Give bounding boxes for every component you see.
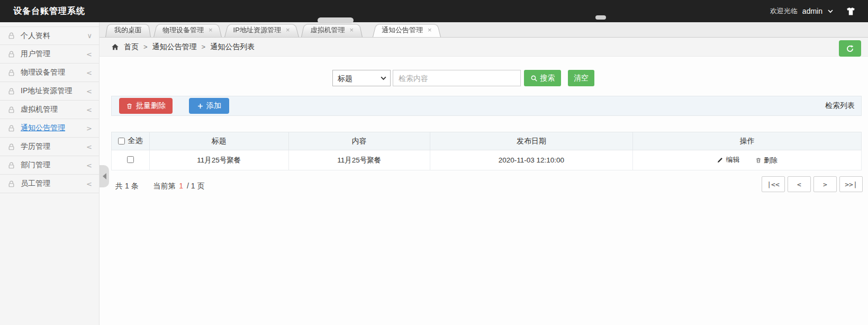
first-page-button[interactable]: |<< [762, 176, 785, 192]
caret-down-icon[interactable] [827, 8, 834, 14]
refresh-button[interactable] [839, 40, 861, 57]
column-header-publish-date: 发布日期 [430, 132, 633, 150]
row-checkbox[interactable] [127, 156, 134, 163]
list-title: 检索列表 [825, 101, 857, 111]
close-icon[interactable]: × [349, 26, 354, 33]
search-input[interactable] [393, 70, 521, 86]
sidebar: 个人资料 ∨ 用户管理 < 物理设备管理 < IP地址资源管理 < 虚拟机管理 … [0, 22, 100, 325]
delete-label: 删除 [764, 156, 777, 165]
tab-virtual-machine[interactable]: 虚拟机管理 × [301, 23, 363, 37]
search-button[interactable]: 搜索 [524, 70, 561, 86]
username[interactable]: admin [802, 7, 822, 15]
column-header-content: 内容 [288, 132, 430, 150]
toolbar: 批量删除 添加 检索列表 [111, 96, 862, 116]
sidebar-item-personal-profile[interactable]: 个人资料 ∨ [0, 26, 99, 45]
collapse-arrow-icon [103, 173, 106, 179]
home-icon [111, 43, 119, 51]
pagination-info: 共 1 条 当前第 1 / 1 页 [115, 182, 205, 191]
edit-label: 编辑 [726, 155, 739, 165]
breadcrumb: 首页 > 通知公告管理 > 通知公告列表 [100, 38, 868, 57]
add-button[interactable]: 添加 [189, 98, 229, 114]
header-user-area: 欢迎光临 admin [770, 6, 868, 16]
next-page-button[interactable]: > [813, 176, 837, 192]
close-icon[interactable]: × [286, 26, 290, 33]
sidebar-item-ip-resource[interactable]: IP地址资源管理 < [0, 82, 99, 101]
sidebar-item-employee-management[interactable]: 员工管理 < [0, 175, 99, 193]
trash-icon [755, 157, 762, 164]
select-all-cell: 全选 [112, 132, 150, 150]
search-button-label: 搜索 [540, 74, 555, 83]
sidebar-item-physical-device[interactable]: 物理设备管理 < [0, 64, 99, 82]
search-icon [530, 75, 538, 82]
close-icon[interactable]: × [428, 26, 432, 33]
chevron-left-icon: < [86, 161, 92, 169]
pencil-icon [717, 157, 724, 164]
batch-delete-button[interactable]: 批量删除 [119, 98, 173, 114]
chevron-left-icon: < [86, 180, 92, 188]
breadcrumb-notice-list: 通知公告列表 [210, 42, 255, 52]
sidebar-item-label: 物理设备管理 [21, 68, 86, 77]
lock-icon [7, 32, 15, 40]
lock-icon [7, 180, 15, 188]
sidebar-item-department-management[interactable]: 部门管理 < [0, 156, 99, 175]
lock-icon [7, 161, 15, 169]
chevron-left-icon: < [86, 106, 92, 114]
pagination-buttons: |<< < > >>| [762, 176, 863, 192]
search-field-select[interactable]: 标题 [332, 70, 391, 86]
sidebar-collapse-handle[interactable] [100, 165, 109, 187]
clear-button[interactable]: 清空 [568, 70, 594, 86]
tab-label: 通知公告管理 [382, 25, 423, 35]
delete-link[interactable]: 删除 [755, 156, 777, 165]
last-page-button[interactable]: >>| [839, 176, 863, 192]
sidebar-item-label: 员工管理 [21, 179, 86, 188]
column-header-actions: 操作 [633, 132, 862, 150]
total-count-text: 共 1 条 [115, 182, 139, 190]
breadcrumb-separator: > [202, 43, 206, 51]
select-all-checkbox[interactable] [118, 138, 125, 145]
breadcrumb-separator: > [143, 43, 148, 51]
shirt-icon[interactable] [846, 6, 856, 16]
main-content: 首页 > 通知公告管理 > 通知公告列表 标题 搜索 清空 [100, 38, 868, 325]
search-field-select-wrap: 标题 [332, 70, 391, 86]
plus-icon [197, 103, 204, 110]
row-publish-date-cell: 2020-11-03 12:10:00 [430, 150, 633, 170]
tab-notice-management[interactable]: 通知公告管理 × [373, 23, 441, 37]
table-row: 11月25号聚餐 11月25号聚餐 2020-11-03 12:10:00 编辑… [112, 150, 862, 170]
scrollbar-thumb[interactable] [318, 17, 354, 23]
sidebar-item-label: 用户管理 [21, 49, 86, 59]
sidebar-item-notice-management[interactable]: 通知公告管理 > [0, 119, 99, 138]
chevron-left-icon: < [86, 87, 92, 95]
sidebar-item-user-management[interactable]: 用户管理 < [0, 45, 99, 64]
lock-icon [7, 87, 15, 95]
breadcrumb-notice-management[interactable]: 通知公告管理 [152, 42, 197, 52]
tab-my-desktop[interactable]: 我的桌面 [105, 23, 151, 37]
tab-ip-resource[interactable]: IP地址资源管理 × [224, 23, 299, 37]
prev-page-button[interactable]: < [788, 176, 811, 192]
welcome-text: 欢迎光临 [770, 6, 798, 16]
lock-icon [7, 124, 15, 132]
lock-icon [7, 69, 15, 77]
lock-icon [7, 50, 15, 58]
app-title: 设备台账管理系统 [13, 6, 85, 17]
chevron-left-icon: < [86, 69, 92, 77]
select-all-label: 全选 [128, 136, 142, 146]
row-actions-cell: 编辑 删除 [633, 150, 862, 170]
column-header-title: 标题 [149, 132, 288, 150]
table-header-row: 全选 标题 内容 发布日期 操作 [112, 132, 862, 150]
tab-physical-device[interactable]: 物理设备管理 × [153, 23, 222, 37]
sidebar-item-education-management[interactable]: 学历管理 < [0, 138, 99, 156]
lock-icon [7, 143, 15, 151]
close-icon[interactable]: × [209, 26, 213, 33]
row-content-cell: 11月25号聚餐 [288, 150, 430, 170]
sidebar-item-virtual-machine[interactable]: 虚拟机管理 < [0, 101, 99, 119]
sidebar-item-label: 部门管理 [21, 160, 86, 170]
current-page-number: 1 [177, 182, 185, 190]
tab-label: 虚拟机管理 [310, 25, 345, 35]
edit-link[interactable]: 编辑 [717, 155, 739, 165]
chevron-right-icon: > [86, 124, 92, 132]
current-page-suffix: / 1 页 [187, 182, 204, 190]
tab-label: 物理设备管理 [162, 25, 204, 35]
row-select-cell [112, 150, 150, 170]
tab-bar: 我的桌面 物理设备管理 × IP地址资源管理 × 虚拟机管理 × 通知公告管理 … [100, 22, 868, 38]
breadcrumb-home[interactable]: 首页 [124, 42, 139, 52]
